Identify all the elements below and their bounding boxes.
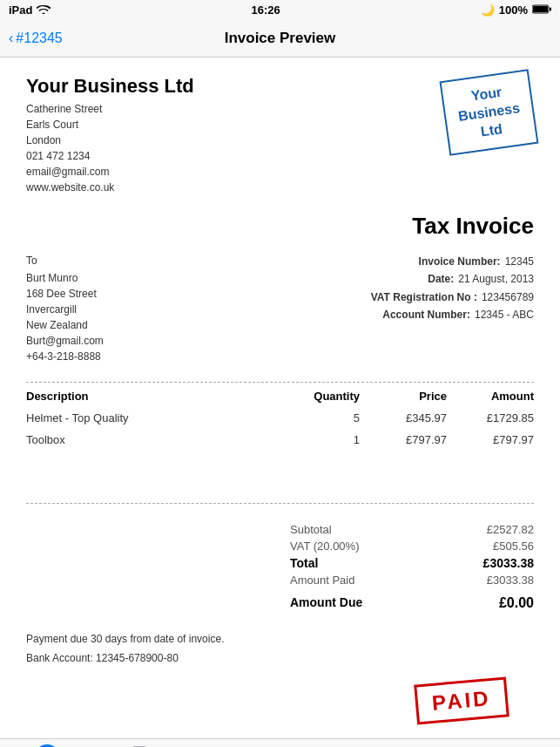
client-address1: 168 Dee Street — [26, 286, 104, 302]
invoice-content: Your Business Ltd Catherine Street Earls… — [0, 58, 560, 738]
col-header-amount: Amount — [447, 390, 534, 403]
amount-paid-value: £3033.38 — [487, 574, 534, 587]
business-name: Your Business Ltd — [26, 75, 194, 98]
vat-row: VAT (20.00%) £505.56 — [290, 538, 534, 554]
item-amount-1: £797.97 — [447, 433, 534, 446]
client-phone: +64-3-218-8888 — [26, 349, 104, 364]
nav-back-button[interactable]: ‹ #12345 — [9, 31, 63, 46]
invoice-vat-row: VAT Registration No : 123456789 — [371, 289, 534, 306]
subtotal-row: Subtotal £2527.82 — [290, 521, 534, 538]
status-left: iPad — [9, 3, 51, 17]
status-right: 🌙 100% — [481, 3, 551, 17]
business-email: email@gmail.com — [26, 164, 194, 180]
invoice-number-value: 12345 — [505, 253, 534, 270]
client-country: New Zealand — [26, 317, 104, 333]
tab-invoices[interactable]: Invoices — [93, 739, 186, 747]
paid-stamp-container: PAID — [26, 681, 508, 721]
item-description-0: Helmet - Top Quality — [26, 411, 290, 424]
payment-notes: Payment due 30 days from date of invoice… — [26, 630, 534, 668]
invoice-account-row: Account Number: 12345 - ABC — [371, 306, 534, 323]
carrier-label: iPad — [9, 3, 32, 17]
back-label: #12345 — [16, 31, 62, 46]
business-address3: London — [26, 132, 194, 148]
col-header-quantity: Quantity — [290, 390, 360, 403]
battery-icon — [532, 3, 551, 17]
business-address1: Catherine Street — [26, 101, 194, 117]
invoice-account-label: Account Number: — [382, 306, 470, 323]
subtotal-label: Subtotal — [290, 523, 332, 536]
subtotal-value: £2527.82 — [487, 523, 534, 536]
item-price-1: £797.97 — [360, 433, 447, 446]
item-price-0: £345.97 — [360, 411, 447, 424]
total-row: Total £3033.38 — [290, 554, 534, 572]
item-amount-0: £1729.85 — [447, 411, 534, 424]
paid-stamp: PAID — [415, 677, 509, 725]
table-header: Description Quantity Price Amount — [26, 383, 534, 407]
amount-paid-row: Amount Paid £3033.38 — [290, 572, 534, 588]
items-table: Description Quantity Price Amount Helmet… — [26, 382, 534, 504]
payment-note-text: Payment due 30 days from date of invoice… — [26, 630, 534, 649]
tab-new-invoice[interactable]: + New Invoice — [0, 739, 93, 747]
totals-section: Subtotal £2527.82 VAT (20.00%) £505.56 T… — [26, 521, 534, 613]
invoice-date-label: Date: — [428, 270, 454, 288]
status-time: 16:26 — [251, 3, 280, 17]
vat-amount-value: £505.56 — [493, 540, 534, 553]
nav-title: Invoice Preview — [225, 30, 336, 47]
item-quantity-0: 5 — [290, 411, 360, 424]
business-address2: Earls Court — [26, 117, 194, 132]
client-city: Invercargill — [26, 302, 104, 317]
client-name: Burt Munro — [26, 270, 104, 286]
invoice-header: Your Business Ltd Catherine Street Earls… — [26, 75, 534, 195]
svg-rect-2 — [550, 7, 551, 10]
invoice-account-value: 12345 - ABC — [475, 306, 534, 323]
moon-icon: 🌙 — [481, 3, 495, 17]
table-row: Helmet - Top Quality 5 £345.97 £1729.85 — [26, 407, 534, 429]
total-value: £3033.38 — [483, 556, 534, 570]
invoice-date-value: 21 August, 2013 — [458, 270, 534, 288]
invoice-vat-label: VAT Registration No : — [371, 289, 477, 306]
vat-rate-label: VAT (20.00%) — [290, 540, 359, 553]
client-email: Burt@gmail.com — [26, 333, 104, 349]
invoice-number-row: Invoice Number: 12345 — [371, 253, 534, 270]
invoice-type-title: Tax Invoice — [26, 213, 534, 240]
business-phone: 021 472 1234 — [26, 148, 194, 164]
amount-due-label: Amount Due — [290, 595, 362, 611]
nav-bar: ‹ #12345 Invoice Preview — [0, 19, 560, 58]
amount-due-row: Amount Due £0.00 — [290, 594, 534, 613]
table-row: Toolbox 1 £797.97 £797.97 — [26, 429, 534, 451]
bank-account-text: Bank Account: 12345-678900-80 — [26, 649, 534, 669]
svg-rect-1 — [533, 6, 548, 12]
back-chevron-icon: ‹ — [9, 31, 13, 46]
col-header-description: Description — [26, 390, 290, 403]
wifi-icon — [37, 3, 51, 17]
tab-bar: + New Invoice Invoices Clients — [0, 738, 560, 747]
business-logo: Your Business Ltd — [439, 69, 538, 156]
item-description-1: Toolbox — [26, 433, 290, 446]
invoice-middle: To Burt Munro 168 Dee Street Invercargil… — [26, 253, 534, 364]
tab-clients[interactable]: Clients — [186, 739, 280, 747]
amount-paid-label: Amount Paid — [290, 574, 354, 587]
item-quantity-1: 1 — [290, 433, 360, 446]
battery-label: 100% — [499, 3, 528, 17]
amount-due-value: £0.00 — [499, 595, 534, 611]
invoice-date-row: Date: 21 August, 2013 — [371, 270, 534, 288]
col-header-price: Price — [360, 390, 447, 403]
invoice-vat-value: 123456789 — [482, 289, 534, 306]
totals-table: Subtotal £2527.82 VAT (20.00%) £505.56 T… — [290, 521, 534, 613]
tab-products[interactable]: Products — [280, 739, 374, 747]
client-info: To Burt Munro 168 Dee Street Invercargil… — [26, 253, 104, 364]
invoice-number-label: Invoice Number: — [419, 253, 501, 270]
business-website: www.website.co.uk — [26, 180, 194, 195]
total-label: Total — [290, 556, 318, 570]
tab-more[interactable]: i More — [467, 739, 560, 747]
business-info: Your Business Ltd Catherine Street Earls… — [26, 75, 194, 195]
to-label: To — [26, 253, 104, 268]
invoice-details: Invoice Number: 12345 Date: 21 August, 2… — [371, 253, 534, 364]
status-bar: iPad 16:26 🌙 100% — [0, 0, 560, 19]
tab-settings[interactable]: Settings — [374, 739, 467, 747]
